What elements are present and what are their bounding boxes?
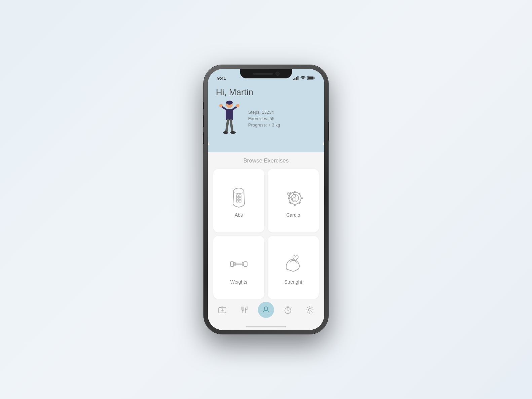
exercises-label: Exercises: — [248, 116, 268, 121]
svg-line-54 — [291, 307, 291, 308]
steps-value: 13234 — [262, 110, 274, 115]
phone: 9:41 — [204, 65, 328, 334]
svg-rect-31 — [301, 197, 303, 199]
svg-rect-23 — [239, 197, 241, 200]
svg-line-18 — [234, 193, 239, 194]
svg-point-16 — [223, 131, 228, 134]
wifi-icon — [300, 76, 306, 80]
svg-rect-22 — [236, 197, 238, 200]
figure-area — [216, 102, 243, 135]
progress-value: + 3 kg — [268, 122, 280, 128]
nav-timer[interactable] — [280, 302, 296, 318]
cardio-label: Cardio — [286, 212, 300, 218]
svg-line-19 — [239, 193, 243, 194]
progress-label: Progress: — [248, 122, 267, 128]
cardio-card[interactable]: Cardio — [268, 169, 319, 232]
svg-rect-28 — [294, 191, 296, 193]
svg-rect-1 — [295, 78, 296, 80]
scale-icon — [218, 305, 227, 314]
svg-point-11 — [219, 104, 223, 107]
strength-icon — [281, 252, 305, 276]
progress-stat: Progress: + 3 kg — [248, 122, 280, 128]
hero-section: Hi, Martin — [208, 84, 324, 152]
svg-rect-35 — [298, 202, 301, 204]
svg-rect-33 — [298, 193, 301, 195]
nav-settings[interactable] — [302, 302, 318, 318]
signal-icon — [293, 76, 299, 80]
steps-stat: Steps: 13234 — [248, 110, 280, 115]
nav-food[interactable] — [236, 302, 252, 318]
timer-icon — [283, 305, 292, 314]
home-bar — [246, 326, 286, 327]
weights-label: Weights — [230, 279, 247, 285]
home-indicator — [208, 323, 324, 330]
abs-icon — [227, 185, 251, 209]
svg-rect-21 — [239, 195, 241, 197]
strength-label: Strenght — [284, 279, 302, 285]
food-icon — [240, 305, 249, 314]
svg-rect-3 — [298, 76, 299, 80]
main-content: Browse Exercises — [208, 152, 324, 299]
camera — [275, 72, 279, 76]
svg-rect-34 — [289, 202, 291, 204]
svg-rect-20 — [236, 195, 238, 197]
speaker — [253, 73, 273, 75]
svg-rect-25 — [239, 200, 241, 202]
greeting-text: Hi, Martin — [216, 87, 316, 98]
battery-icon — [307, 76, 315, 80]
status-time: 9:41 — [217, 76, 226, 81]
nav-scale[interactable] — [214, 302, 230, 318]
svg-rect-30 — [288, 197, 290, 199]
nav-profile[interactable] — [258, 302, 274, 318]
svg-rect-5 — [308, 77, 313, 79]
settings-icon — [305, 305, 314, 314]
cardio-icon — [281, 185, 305, 209]
weights-card[interactable]: Weights — [213, 236, 264, 299]
exercises-value: 55 — [270, 116, 274, 121]
status-icons — [293, 76, 315, 80]
person-figure — [218, 100, 241, 137]
svg-rect-29 — [294, 204, 296, 206]
svg-rect-6 — [314, 77, 315, 79]
phone-screen: 9:41 — [208, 69, 324, 330]
stats-area: Steps: 13234 Exercises: 55 Progress: + 3… — [248, 110, 280, 128]
svg-rect-24 — [236, 200, 238, 202]
hero-content: Steps: 13234 Exercises: 55 Progress: + 3… — [216, 102, 316, 135]
svg-point-8 — [226, 101, 233, 105]
abs-label: Abs — [235, 212, 243, 218]
svg-rect-13 — [226, 109, 233, 120]
svg-rect-0 — [293, 79, 294, 80]
bottom-nav — [208, 299, 324, 323]
exercises-stat: Exercises: 55 — [248, 116, 280, 121]
svg-point-12 — [236, 104, 239, 107]
svg-rect-2 — [296, 77, 297, 80]
profile-icon — [262, 305, 270, 314]
svg-line-15 — [231, 120, 232, 132]
svg-point-17 — [230, 131, 236, 134]
exercises-grid: Abs — [213, 169, 319, 299]
browse-title: Browse Exercises — [213, 157, 319, 164]
svg-point-48 — [264, 307, 268, 310]
strength-card[interactable]: Strenght — [268, 236, 319, 299]
notch — [240, 69, 292, 78]
svg-point-55 — [308, 309, 311, 311]
svg-line-14 — [226, 120, 228, 132]
abs-card[interactable]: Abs — [213, 169, 264, 232]
weights-icon — [227, 252, 251, 276]
steps-label: Steps: — [248, 110, 261, 115]
